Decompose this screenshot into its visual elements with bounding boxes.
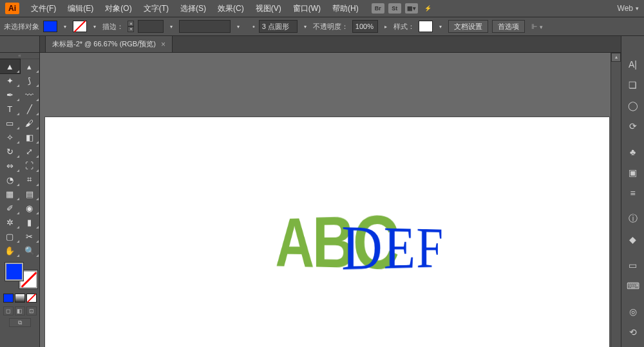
panel-icon-15[interactable]: ◎ [621,303,644,321]
panel-icon-10[interactable]: ◆ [621,230,644,249]
menu-file[interactable]: 文件(F) [26,1,61,16]
stroke-dropdown-icon[interactable]: ▾ [91,21,99,32]
scale-tool[interactable]: ⤢ [20,144,40,158]
eyedropper-tool[interactable]: ✐ [0,201,20,215]
symbol-sprayer-tool[interactable]: ✲ [0,215,20,229]
magic-wand-tool[interactable]: ✦ [0,73,20,88]
artboard[interactable]: ABC DEF [45,117,609,347]
line-tool[interactable]: ╱ [20,102,40,116]
slice-tool[interactable]: ✂ [20,229,40,243]
menu-bridge-group: Br St ▦▾ ⚡ [372,3,435,14]
blend-tool[interactable]: ◉ [20,201,40,215]
menu-help[interactable]: 帮助(H) [327,1,364,16]
perspective-grid-tool[interactable]: ⌗ [20,173,40,187]
canvas-text-def[interactable]: DEF [341,211,444,285]
toolbox-collapse-icon[interactable] [0,53,39,59]
brush-definition-input[interactable] [259,20,298,33]
direct-selection-tool[interactable]: ▴ [20,59,40,73]
gpu-icon[interactable]: ⚡ [422,3,435,14]
type-tool[interactable]: T [0,102,20,116]
stroke-weight-spinner[interactable]: ▴▾ [128,21,134,32]
menu-type[interactable]: 文字(T) [138,1,174,16]
selection-tool[interactable]: ▲ [0,59,20,73]
opacity-input[interactable] [352,20,378,33]
panel-icon-17[interactable]: ≡ [621,344,644,347]
fill-color-swatch[interactable] [5,263,23,281]
document-setup-button[interactable]: 文档设置 [448,20,488,33]
vertical-scrollbar[interactable]: ▴ [611,53,621,347]
ruler-corner [0,36,40,53]
draw-normal-icon[interactable]: ◻ [3,306,14,315]
zoom-tool[interactable]: 🔍 [20,243,40,258]
panel-icon-9[interactable]: ⓘ [621,210,644,228]
mesh-tool[interactable]: ▦ [0,187,20,201]
free-transform-tool[interactable]: ⛶ [20,158,40,173]
shape-builder-tool[interactable]: ◔ [0,173,20,187]
hand-tool[interactable]: ✋ [0,243,20,258]
panel-icon-16[interactable]: ⟲ [621,323,644,341]
panel-separator [621,249,644,254]
panel-icon-3[interactable]: ⟳ [621,117,644,135]
canvas-viewport[interactable]: ABC DEF ▴ [40,53,621,347]
scroll-up-icon[interactable]: ▴ [611,53,621,62]
fill-swatch[interactable] [43,21,57,32]
stock-icon[interactable]: St [388,3,401,14]
panel-icon-13[interactable]: ⌨ [621,277,644,295]
column-graph-tool[interactable]: ▮ [20,215,40,229]
menu-object[interactable]: 对象(O) [100,1,137,16]
lasso-tool[interactable]: ⟆ [20,73,40,88]
gradient-tool[interactable]: ▤ [20,187,40,201]
document-tab-bar: 未标题-2* @ 66.67% (RGB/预览) × [0,36,644,53]
paintbrush-tool[interactable]: 🖌 [20,116,40,130]
panel-separator [621,295,644,300]
stroke-weight-input[interactable] [138,20,164,33]
artboard-tool[interactable]: ▢ [0,229,20,243]
stroke-swatch[interactable] [73,21,87,32]
brush-profile-input[interactable] [179,20,231,33]
opacity-dd-icon[interactable]: ▸ [382,21,390,32]
panel-icon-0[interactable]: A| [621,55,644,73]
panel-icon-7[interactable]: ≡ [621,184,644,202]
draw-mode-row: ◻ ◧ ⊡ [0,305,39,317]
pen-tool[interactable]: ✒ [0,88,20,102]
curvature-tool[interactable]: 〰 [20,88,40,102]
fill-stroke-block [0,258,39,291]
bridge-icon[interactable]: Br [372,3,384,14]
work-area: ABC DEF ▴ [40,53,621,347]
menu-effect[interactable]: 效果(C) [213,1,249,16]
panel-icon-12[interactable]: ▭ [621,256,644,274]
document-tab[interactable]: 未标题-2* @ 66.67% (RGB/预览) × [45,35,173,52]
rectangle-tool[interactable]: ▭ [0,116,20,130]
width-tool[interactable]: ⇔ [0,158,20,173]
menu-view[interactable]: 视图(V) [251,1,287,16]
color-mode-gradient[interactable] [15,294,25,303]
opacity-label: 不透明度： [313,22,348,32]
panel-icon-5[interactable]: ♣ [621,143,644,161]
draw-inside-icon[interactable]: ⊡ [26,306,37,315]
workspace-switcher[interactable]: Web▾ [618,4,639,13]
rotate-tool[interactable]: ↻ [0,144,20,158]
toolbox: ▲▴✦⟆✒〰T╱▭🖌✧◧↻⤢⇔⛶◔⌗▦▤✐◉✲▮▢✂✋🔍 ◻ ◧ ⊡ ⧉ [0,53,40,347]
menu-window[interactable]: 窗口(W) [288,1,326,16]
color-mode-solid[interactable] [3,294,14,303]
arrange-docs-icon[interactable]: ▦▾ [405,3,418,14]
graphic-style-swatch[interactable] [419,21,433,32]
screen-mode-icon[interactable]: ⧉ [9,318,31,327]
menu-select[interactable]: 选择(S) [175,1,211,16]
close-tab-icon[interactable]: × [161,40,166,49]
color-mode-none[interactable] [26,294,37,303]
menu-bar: Ai 文件(F) 编辑(E) 对象(O) 文字(T) 选择(S) 效果(C) 视… [0,0,644,17]
menu-edit[interactable]: 编辑(E) [62,1,99,16]
draw-behind-icon[interactable]: ◧ [15,306,25,315]
panel-icon-1[interactable]: ❏ [621,76,644,94]
style-label: 样式： [393,22,415,32]
shaper-tool[interactable]: ✧ [0,130,20,144]
panel-icon-6[interactable]: ▣ [621,164,644,182]
align-icon[interactable]: ⊩ ▾ [531,23,543,31]
eraser-tool[interactable]: ◧ [20,130,40,144]
fill-dropdown-icon[interactable]: ▾ [61,21,69,32]
preferences-button[interactable]: 首选项 [492,20,525,33]
panel-icon-2[interactable]: ◯ [621,97,644,115]
panel-separator [621,202,644,207]
document-tab-title: 未标题-2* @ 66.67% (RGB/预览) [52,39,156,49]
